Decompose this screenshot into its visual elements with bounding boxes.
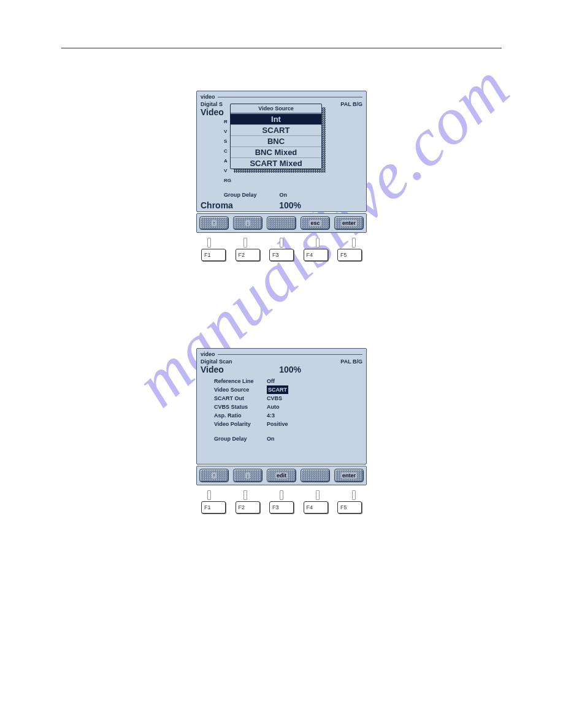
setting-val: 4:3 [267,411,275,420]
connector-icon [243,238,247,248]
header-left: Digital S [201,101,223,107]
connector-icon [280,238,283,248]
connector-icon [280,490,283,500]
connector-row-2 [196,485,367,501]
setting-val: Off [267,377,275,385]
fkey-row-2: F1 F2 F3 F4 F5 [196,501,367,514]
connector-icon [243,490,247,500]
fkey-f2[interactable]: F2 [236,501,260,514]
softkey-enter[interactable]: enter [334,469,364,482]
device-screenshot-1: video Digital S PAL B/G Video R V S C A … [196,91,367,261]
softkey-blank[interactable] [301,469,330,482]
setting-asp-ratio[interactable]: Asp. Ratio 4:3 [214,411,362,420]
setting-group-delay[interactable]: Group Delay On [214,434,362,443]
lcd-title-rule [218,97,362,97]
softkey-esc[interactable]: esc [301,216,330,230]
fkey-f5[interactable]: F5 [337,249,362,261]
group-delay-val: On [279,192,287,198]
connector-icon [207,490,211,500]
popup-item-bnc[interactable]: BNC [231,135,321,146]
softkey-up[interactable]: ↑ [199,469,229,482]
setting-key: CVBS Status [214,403,267,411]
settings-list: Reference Line Off Video Source SCART SC… [214,377,362,443]
connector-icon [207,238,211,248]
chroma-label: Chroma [201,200,233,210]
fkey-f3[interactable]: F3 [269,249,294,261]
video-label: Video [201,365,224,374]
softkey-down[interactable]: ↓ [233,216,262,230]
fkey-f2[interactable]: F2 [236,249,260,261]
softkey-blank[interactable] [267,216,296,230]
group-delay-key: Group Delay [224,192,277,198]
setting-key: Reference Line [214,377,267,385]
popup-item-scart[interactable]: SCART [231,124,321,135]
setting-key: Video Polarity [214,420,267,428]
softkey-up[interactable]: ↑ [199,216,229,230]
setting-video-source[interactable]: Video Source SCART [214,385,362,394]
connector-icon [316,238,320,248]
fkey-f5[interactable]: F5 [337,501,362,514]
video-source-popup: Video Source Int SCART BNC BNC Mixed SCA… [230,104,322,169]
setting-val: SCART [267,385,288,394]
header-right: PAL B/G [340,101,362,107]
chroma-value: 100% [279,200,301,210]
page-top-rule [61,48,502,48]
connector-icon [352,238,356,248]
lcd-title: video [201,351,215,357]
popup-body: Video Source Int SCART BNC BNC Mixed SCA… [230,104,322,169]
connector-icon [352,490,356,500]
fkey-f1[interactable]: F1 [201,249,226,261]
softkey-down[interactable]: ↓ [233,469,262,482]
softkey-enter[interactable]: enter [334,216,364,230]
header-right: PAL B/G [340,358,362,365]
setting-val: On [267,434,275,443]
lcd-title-rule [218,354,362,355]
connector-row-1 [196,233,367,249]
fkey-f1[interactable]: F1 [201,501,226,514]
group-delay-row: Group Delay On [224,188,287,199]
softkey-edit[interactable]: edit [267,469,296,482]
video-main-row: Video 100% [201,365,362,374]
setting-video-polarity[interactable]: Video Polarity Positive [214,420,362,428]
fkey-row-1: F1 F2 F3 F4 F5 [196,249,367,261]
popup-item-scart-mixed[interactable]: SCART Mixed [231,157,321,169]
setting-cvbs-status[interactable]: CVBS Status Auto [214,403,362,411]
chroma-row: Chroma 100% [201,200,362,210]
lcd-title: video [201,94,215,100]
softkey-row-1: ↑ ↓ esc enter [196,213,367,233]
header-left: Digital Scan [201,358,232,365]
setting-key: SCART Out [214,394,267,403]
setting-key: Group Delay [214,434,267,443]
popup-item-bnc-mixed[interactable]: BNC Mixed [231,146,321,157]
video-value: 100% [279,365,301,374]
lcd-title-bar: video [201,94,362,100]
setting-val: Positive [267,420,288,428]
lcd-panel-1: video Digital S PAL B/G Video R V S C A … [196,91,367,212]
setting-reference-line[interactable]: Reference Line Off [214,377,362,385]
device-screenshot-2: video Digital Scan PAL B/G Video 100% Re… [196,348,367,514]
lcd-panel-2: video Digital Scan PAL B/G Video 100% Re… [196,348,367,464]
fkey-f4[interactable]: F4 [304,501,328,514]
lcd-title-bar: video [201,351,362,357]
connector-icon [316,490,320,500]
setting-val: CVBS [267,394,282,403]
setting-key: Video Source [214,385,267,394]
header-row: Digital Scan PAL B/G [201,358,362,365]
popup-title: Video Source [231,104,321,113]
setting-scart-out[interactable]: SCART Out CVBS [214,394,362,403]
fkey-f3[interactable]: F3 [269,501,294,514]
setting-val: Auto [267,403,280,411]
softkey-row-2: ↑ ↓ edit enter [196,466,367,485]
setting-key: Asp. Ratio [214,411,267,420]
fkey-f4[interactable]: F4 [304,249,328,261]
trunc-row: RG [224,176,231,186]
popup-item-int[interactable]: Int [231,113,321,124]
